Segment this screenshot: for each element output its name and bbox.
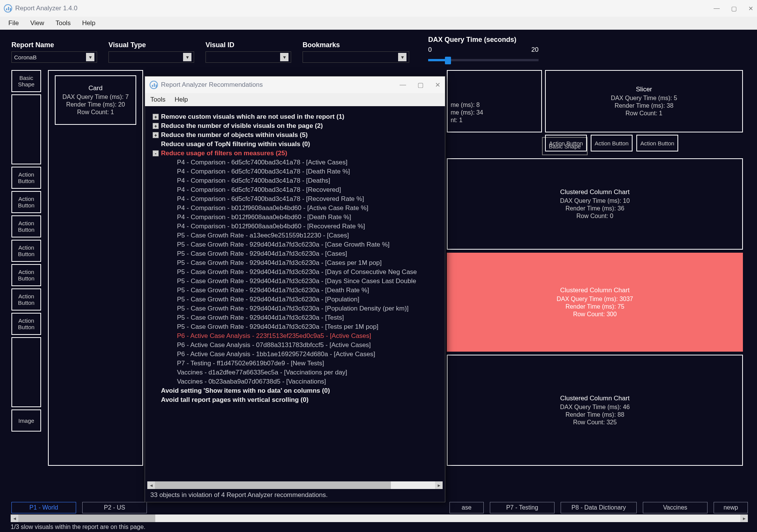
violation-item[interactable]: P4 - Comparison - 6d5cfc7400bad3c41a78 -… [153, 176, 437, 185]
rule-node[interactable]: Avoid setting 'Show items with no data' … [153, 386, 437, 395]
modal-horizontal-scrollbar[interactable]: ◂ ▸ [147, 481, 443, 489]
dax-slider-label: DAX Query Time (seconds) [428, 36, 539, 44]
rule-node[interactable]: +Remove custom visuals which are not use… [153, 112, 437, 121]
rule-node[interactable]: Reduce usage of TopN filtering within vi… [153, 140, 437, 149]
scroll-left-icon[interactable]: ◂ [11, 514, 18, 522]
violation-item[interactable]: P5 - Case Growth Rate - 929d404d1a7fd3c6… [153, 313, 437, 322]
action-button-visual[interactable]: Action Button [11, 215, 41, 237]
visual-id-combo[interactable]: ▾ [206, 51, 291, 63]
rule-node[interactable]: -Reduce usage of filters on measures (25… [153, 149, 437, 158]
blank-visual-2[interactable] [11, 337, 41, 407]
modal-menu-help[interactable]: Help [175, 96, 188, 104]
tab-p1-world[interactable]: P1 - World [11, 502, 76, 513]
card-visual[interactable]: Card DAX Query Time (ms): 7 Render Time … [55, 75, 136, 125]
image-visual[interactable]: Image [11, 409, 41, 432]
menubar: File View Tools Help [0, 17, 757, 30]
menu-help[interactable]: Help [82, 19, 96, 27]
window-minimize-icon[interactable]: — [714, 5, 720, 12]
violation-item[interactable]: P5 - Case Growth Rate - 929d404d1a7fd3c6… [153, 322, 437, 331]
violation-item[interactable]: P4 - Comparison - b012f9608aaa0eb4bd60 -… [153, 204, 437, 213]
violation-item[interactable]: P4 - Comparison - 6d5cfc7400bad3c41a78 -… [153, 194, 437, 204]
rule-node[interactable]: Avoid tall report pages with vertical sc… [153, 395, 437, 405]
scrollbar-thumb[interactable] [155, 481, 391, 489]
modal-minimize-icon[interactable]: — [400, 81, 406, 89]
violation-item[interactable]: P5 - Case Growth Rate - a13eec9e251559b1… [153, 231, 437, 240]
violation-item[interactable]: P5 - Case Growth Rate - 929d404d1a7fd3c6… [153, 304, 437, 313]
action-button-visual[interactable]: Action Button [11, 191, 41, 213]
action-button-visual[interactable]: Action Button [545, 135, 587, 151]
scroll-left-icon[interactable]: ◂ [147, 481, 155, 489]
action-button-visual[interactable]: Action Button [636, 135, 678, 151]
action-button-visual[interactable]: Action Button [11, 167, 41, 189]
violation-item[interactable]: P4 - Comparison - b012f9608aaa0eb4bd60 -… [153, 222, 437, 231]
violation-item[interactable]: P5 - Case Growth Rate - 929d404d1a7fd3c6… [153, 249, 437, 258]
violation-item[interactable]: Vaccines - d1a2dfee77a66335ec5a - [Vacci… [153, 368, 437, 377]
rule-label: Reduce usage of TopN filtering within vi… [161, 140, 310, 149]
modal-maximize-icon[interactable]: ▢ [418, 81, 424, 89]
tab-partial[interactable]: ase [449, 502, 484, 513]
violation-item[interactable]: P5 - Case Growth Rate - 929d404d1a7fd3c6… [153, 258, 437, 268]
slider-thumb[interactable] [445, 57, 451, 64]
clustered-column-chart-visual-2[interactable]: Clustered Column Chart DAX Query Time (m… [447, 355, 743, 466]
menu-tools[interactable]: Tools [56, 19, 71, 27]
blank-visual-1[interactable] [11, 94, 41, 164]
card-visual-right[interactable]: me (ms): 8 me (ms): 34 nt: 1 [447, 70, 542, 132]
chevron-down-icon: ▾ [280, 53, 288, 61]
modal-titlebar: Report Analyzer Recommendations — ▢ ✕ [145, 76, 445, 93]
action-button-visual[interactable]: Action Button [11, 240, 41, 262]
titlebar: Report Analyzer 1.4.0 — ▢ ✕ [0, 0, 757, 17]
clustered-column-chart-hot-visual[interactable]: Clustered Column Chart DAX Query Time (m… [447, 253, 743, 352]
expand-icon[interactable]: + [153, 123, 159, 129]
rule-node[interactable]: +Reduce the number of objects within vis… [153, 131, 437, 140]
violation-item[interactable]: P6 - Active Case Analysis - 07d88a313178… [153, 341, 437, 350]
bookmarks-label: Bookmarks [303, 41, 409, 49]
slicer-visual[interactable]: Slicer DAX Query Time (ms): 5 Render Tim… [545, 70, 743, 132]
horizontal-scrollbar[interactable]: ◂ ▸ [11, 514, 748, 522]
report-name-combo[interactable]: CoronaB ▾ [11, 51, 97, 63]
violation-item[interactable]: P5 - Case Growth Rate - 929d404d1a7fd3c6… [153, 286, 437, 295]
basic-shape-visual[interactable]: Basic Shape [11, 70, 41, 92]
action-button-visual[interactable]: Action Button [11, 264, 41, 286]
tab-p2-us[interactable]: P2 - US [82, 502, 147, 513]
menu-view[interactable]: View [30, 19, 44, 27]
tab-p7-testing[interactable]: P7 - Testing [490, 502, 555, 513]
tab-vaccines[interactable]: Vaccines [643, 502, 708, 513]
scrollbar-thumb[interactable] [18, 514, 155, 522]
tab-p8-data-dictionary[interactable]: P8 - Data Dictionary [561, 502, 637, 513]
scroll-right-icon[interactable]: ▸ [435, 481, 443, 489]
action-button-visual[interactable]: Action Button [591, 135, 633, 151]
violation-item[interactable]: P4 - Comparison - 6d5cfc7400bad3c41a78 -… [153, 167, 437, 176]
violation-item[interactable]: P4 - Comparison - 6d5cfc7400bad3c41a78 -… [153, 185, 437, 194]
recommendations-tree[interactable]: +Remove custom visuals which are not use… [147, 110, 443, 407]
collapse-icon[interactable]: - [153, 150, 159, 156]
violation-item[interactable]: P5 - Case Growth Rate - 929d404d1a7fd3c6… [153, 268, 437, 277]
clustered-column-chart-visual[interactable]: Clustered Column Chart DAX Query Time (m… [447, 158, 743, 250]
app-logo-icon [4, 4, 12, 13]
visual-type-combo[interactable]: ▾ [108, 51, 194, 63]
violation-item[interactable]: P7 - Testing - ff1d47502e9619b07de9 - [N… [153, 359, 437, 368]
modal-close-icon[interactable]: ✕ [435, 81, 440, 89]
action-button-visual[interactable]: Action Button [11, 313, 41, 335]
window-maximize-icon[interactable]: ▢ [731, 5, 737, 12]
tab-newp[interactable]: newp [714, 502, 748, 513]
action-button-visual[interactable]: Action Button [11, 288, 41, 311]
violation-item[interactable]: P5 - Case Growth Rate - 929d404d1a7fd3c6… [153, 277, 437, 286]
violation-item[interactable]: P4 - Comparison - b012f9608aaa0eb4bd60 -… [153, 213, 437, 222]
violation-item[interactable]: P6 - Active Case Analysis - 1bb1ae169295… [153, 350, 437, 359]
violation-item[interactable]: P4 - Comparison - 6d5cfc7400bad3c41a78 -… [153, 158, 437, 167]
bookmarks-combo[interactable]: ▾ [303, 51, 409, 63]
menu-file[interactable]: File [8, 19, 19, 27]
modal-menu-tools[interactable]: Tools [150, 96, 166, 104]
window-close-icon[interactable]: ✕ [748, 5, 753, 12]
scroll-right-icon[interactable]: ▸ [740, 514, 748, 522]
dax-slider[interactable] [428, 56, 539, 63]
violation-item[interactable]: P5 - Case Growth Rate - 929d404d1a7fd3c6… [153, 240, 437, 249]
violation-item[interactable]: P6 - Active Case Analysis - 223f1513ef23… [153, 331, 437, 341]
chevron-down-icon: ▾ [86, 53, 94, 61]
expand-icon[interactable]: + [153, 132, 159, 138]
expand-icon[interactable]: + [153, 114, 159, 120]
rule-node[interactable]: +Reduce the number of visible visuals on… [153, 121, 437, 131]
violation-item[interactable]: Vaccines - 0b23aaba9a07d06738d5 - [Vacci… [153, 377, 437, 386]
card-visual-tall[interactable] [48, 70, 143, 466]
violation-item[interactable]: P5 - Case Growth Rate - 929d404d1a7fd3c6… [153, 295, 437, 304]
